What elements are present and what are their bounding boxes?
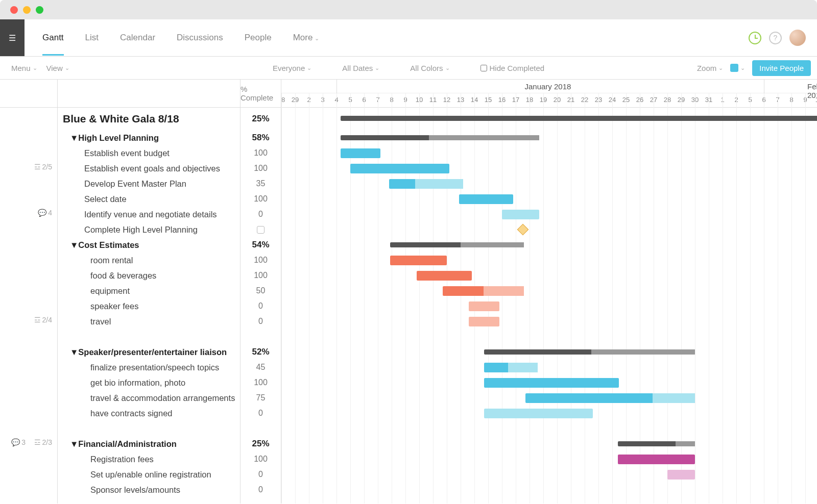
avatar[interactable] xyxy=(789,30,806,46)
gantt-bar[interactable] xyxy=(525,393,695,403)
task-name[interactable]: speaker fees xyxy=(58,298,240,314)
view-dropdown[interactable]: View⌄ xyxy=(46,64,69,72)
gantt-bar[interactable] xyxy=(389,179,464,189)
minimize-window-button[interactable] xyxy=(23,6,31,14)
nav-tab-gantt[interactable]: Gantt xyxy=(42,20,64,55)
everyone-filter[interactable]: Everyone⌄ xyxy=(273,64,311,72)
task-name[interactable]: Registration fees xyxy=(58,451,240,467)
task-name[interactable]: equipment xyxy=(58,283,240,298)
task-pct: 0 xyxy=(241,482,281,497)
task-name[interactable]: finalize presentation/speech topics xyxy=(58,360,240,375)
menu-dropdown[interactable]: Menu⌄ xyxy=(11,64,37,72)
timeline-month-label: January 2018 xyxy=(525,82,571,91)
task-name[interactable]: Select date xyxy=(58,191,240,207)
nav-tab-people[interactable]: People xyxy=(245,20,272,55)
collapse-icon[interactable]: ▼ xyxy=(70,347,78,357)
checklist-icon: ☲ xyxy=(34,316,41,324)
gantt-bar[interactable] xyxy=(417,271,472,281)
nav-tab-list[interactable]: List xyxy=(85,20,99,55)
collapse-icon[interactable]: ▼ xyxy=(70,133,78,143)
task-name[interactable]: Establish event budget xyxy=(58,145,240,161)
gantt-bar[interactable] xyxy=(469,301,499,311)
gantt-bar[interactable] xyxy=(341,148,380,158)
hamburger-menu-button[interactable]: ☰ xyxy=(0,19,25,56)
checklist-badge[interactable]: ☲2/5 xyxy=(34,163,52,171)
chevron-down-icon: ⌄ xyxy=(65,65,69,71)
group-header[interactable]: ▼Speaker/presenter/entertainer liaison xyxy=(58,344,240,360)
group-pct: 52% xyxy=(241,344,281,360)
task-name[interactable]: Establish event goals and objectives xyxy=(58,161,240,176)
group-pct: 54% xyxy=(241,237,281,253)
gantt-bar[interactable] xyxy=(469,317,499,326)
zoom-dropdown[interactable]: Zoom⌄ xyxy=(697,64,723,72)
gantt-bar[interactable] xyxy=(459,194,513,204)
task-pct xyxy=(241,222,281,237)
group-summary-bar[interactable] xyxy=(484,349,695,355)
group-summary-bar[interactable] xyxy=(618,441,695,446)
window-titlebar xyxy=(0,0,817,19)
task-name[interactable]: get bio information, photo xyxy=(58,375,240,390)
project-title[interactable]: Blue & White Gala 8/18 xyxy=(58,108,240,130)
checklist-badge[interactable]: ☲2/3 xyxy=(34,438,52,446)
task-name[interactable]: travel xyxy=(58,314,240,329)
group-header[interactable]: ▼High Level Planning xyxy=(58,130,240,145)
group-header[interactable]: ▼Cost Estimates xyxy=(58,237,240,253)
gantt-bar[interactable] xyxy=(390,256,447,265)
comment-badge[interactable]: 💬4 xyxy=(38,209,52,217)
task-pct: 100 xyxy=(241,375,281,390)
task-pct: 0 xyxy=(241,298,281,314)
task-name[interactable]: have contracts signed xyxy=(58,406,240,421)
chevron-down-icon: ⌄ xyxy=(740,65,745,71)
gantt-bar[interactable] xyxy=(484,378,619,388)
task-name[interactable]: Develop Event Master Plan xyxy=(58,176,240,191)
hide-completed-toggle[interactable]: Hide Completed xyxy=(480,64,545,72)
task-name[interactable]: Set up/enable online registration xyxy=(58,467,240,482)
milestone-diamond[interactable] xyxy=(517,224,528,236)
group-summary-bar[interactable] xyxy=(390,242,524,247)
maximize-window-button[interactable] xyxy=(36,6,43,14)
color-swatch-icon xyxy=(730,64,738,72)
task-pct: 0 xyxy=(241,467,281,482)
task-name[interactable]: travel & accommodation arrangements xyxy=(58,390,240,406)
collapse-icon[interactable]: ▼ xyxy=(70,240,78,250)
gantt-bar[interactable] xyxy=(484,363,538,372)
help-icon[interactable]: ? xyxy=(769,32,782,44)
dates-filter[interactable]: All Dates⌄ xyxy=(342,64,379,72)
hamburger-icon: ☰ xyxy=(9,33,16,43)
task-name[interactable]: Sponsor levels/amounts xyxy=(58,482,240,497)
project-summary-bar[interactable] xyxy=(341,116,817,121)
group-pct: 58% xyxy=(241,130,281,145)
nav-tab-discussions[interactable]: Discussions xyxy=(177,20,223,55)
gantt-bar[interactable] xyxy=(350,164,449,173)
group-summary-bar[interactable] xyxy=(341,135,539,140)
gantt-bar[interactable] xyxy=(502,210,539,219)
checkbox-icon[interactable] xyxy=(257,226,265,234)
comment-badge[interactable]: 💬3 xyxy=(11,438,26,446)
task-name[interactable]: Complete High Level Planning xyxy=(58,222,240,237)
filter-bar: Menu⌄ View⌄ Everyone⌄ All Dates⌄ All Col… xyxy=(0,57,817,80)
task-name[interactable]: room rental xyxy=(58,253,240,268)
colors-filter[interactable]: All Colors⌄ xyxy=(410,64,449,72)
chevron-down-icon: ⌄ xyxy=(315,35,319,41)
task-pct: 35 xyxy=(241,176,281,191)
timeline[interactable]: January 2018February 2018 28292345678910… xyxy=(281,80,817,503)
nav-tab-calendar[interactable]: Calendar xyxy=(120,20,155,55)
gantt-bar[interactable] xyxy=(618,455,695,464)
top-nav: ☰ GanttListCalendarDiscussionsPeopleMore… xyxy=(0,19,817,57)
checklist-badge[interactable]: ☲2/4 xyxy=(34,316,52,324)
close-window-button[interactable] xyxy=(10,6,18,14)
task-name[interactable]: Identify venue and negotiate details xyxy=(58,207,240,222)
clock-icon[interactable] xyxy=(749,32,761,44)
chevron-down-icon: ⌄ xyxy=(718,65,723,71)
gantt-bar[interactable] xyxy=(667,470,695,480)
color-dropdown[interactable]: ⌄ xyxy=(730,64,745,72)
invite-people-button[interactable]: Invite People xyxy=(752,60,811,76)
task-name[interactable]: food & beverages xyxy=(58,268,240,283)
gantt-bar[interactable] xyxy=(443,286,524,296)
group-header[interactable]: ▼Financial/Administration xyxy=(58,436,240,451)
gantt-bar[interactable] xyxy=(484,409,593,418)
nav-tab-more[interactable]: More⌄ xyxy=(293,20,320,55)
collapse-icon[interactable]: ▼ xyxy=(70,439,78,449)
task-column: Blue & White Gala 8/18▼High Level Planni… xyxy=(58,80,241,503)
hide-completed-checkbox[interactable] xyxy=(480,65,487,71)
